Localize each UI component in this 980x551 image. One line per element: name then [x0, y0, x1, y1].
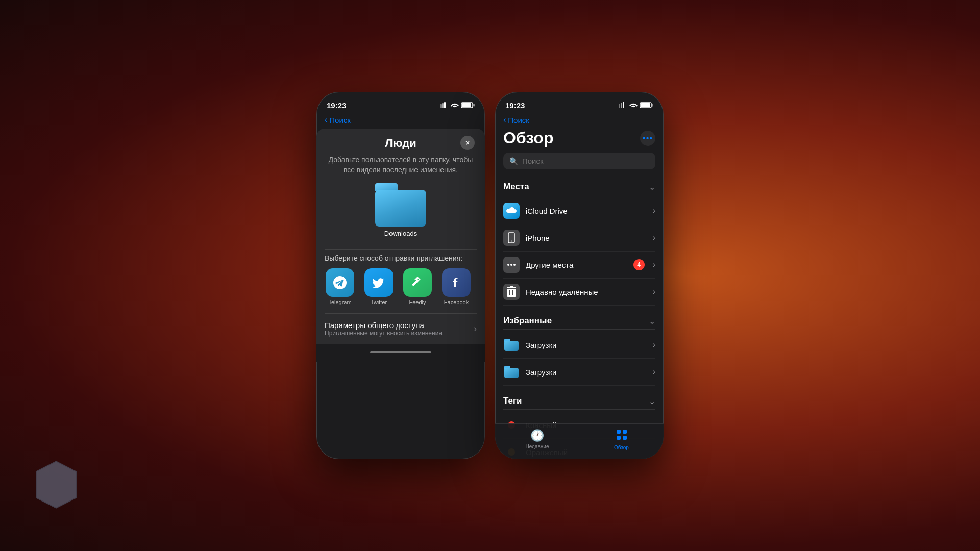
- svg-rect-15: [652, 104, 653, 107]
- other-places-label: Другие места: [526, 261, 627, 269]
- facebook-icon: [442, 268, 471, 297]
- status-bar-right: 19:23: [495, 92, 664, 114]
- folder-icon-area: Downloads: [375, 183, 426, 237]
- divider-1: [325, 249, 477, 250]
- overview-tab-label: Обзор: [614, 445, 629, 450]
- status-icons-right: [619, 102, 653, 108]
- svg-point-19: [510, 264, 512, 266]
- svg-marker-0: [36, 461, 76, 508]
- home-indicator-left: [370, 351, 431, 353]
- list-item-downloads-1[interactable]: Загрузки ›: [503, 332, 655, 359]
- app-twitter[interactable]: Twitter: [363, 268, 394, 305]
- svg-rect-3: [444, 102, 446, 108]
- overview-tab-icon: [616, 429, 627, 443]
- hexagon-logo: [31, 459, 82, 510]
- svg-rect-6: [473, 104, 475, 107]
- back-label-left: Поиск: [329, 116, 351, 124]
- list-item-trash[interactable]: Недавно удалённые ›: [503, 279, 655, 306]
- downloads-2-chevron: ›: [653, 367, 655, 377]
- invite-label: Выберите способ отправки приглашения:: [325, 254, 462, 262]
- back-nav-left[interactable]: ‹ Поиск: [316, 114, 485, 129]
- overview-header: Обзор •••: [503, 129, 655, 147]
- list-item-other[interactable]: Другие места 4 ›: [503, 252, 655, 279]
- recent-tab-label: Недавние: [526, 444, 549, 449]
- favorites-section: Избранные ⌄ Загрузки ›: [503, 313, 655, 386]
- svg-rect-12: [623, 102, 624, 108]
- other-places-badge: 4: [633, 259, 645, 270]
- svg-rect-11: [621, 103, 622, 108]
- tab-bar-right: 🕐 Недавние Обзор: [495, 423, 664, 459]
- other-places-chevron: ›: [653, 260, 655, 269]
- feedly-label: Feedly: [409, 299, 426, 305]
- trash-label: Недавно удалённые: [526, 288, 647, 296]
- svg-rect-14: [641, 103, 650, 107]
- app-telegram[interactable]: Telegram: [325, 268, 355, 305]
- phone-right: 19:23 ‹ Поиск Обзор ••• 🔍: [495, 92, 664, 459]
- svg-point-20: [513, 264, 516, 266]
- downloads-1-label: Загрузки: [526, 341, 647, 349]
- iphone-device-icon: [503, 230, 520, 246]
- share-params-title: Параметры общего доступа: [325, 321, 444, 330]
- places-section-header[interactable]: Места ⌄: [503, 179, 655, 195]
- search-icon: 🔍: [509, 157, 518, 165]
- places-title: Места: [503, 182, 529, 192]
- downloads-1-chevron: ›: [653, 340, 655, 349]
- icloud-label: iCloud Drive: [526, 207, 647, 215]
- recent-tab-icon: 🕐: [530, 429, 544, 442]
- overview-title: Обзор: [503, 129, 553, 147]
- back-chevron-right: ‹: [503, 115, 506, 124]
- svg-rect-22: [623, 430, 627, 434]
- list-item-iphone[interactable]: iPhone ›: [503, 224, 655, 252]
- favorites-chevron: ⌄: [649, 316, 655, 326]
- more-button[interactable]: •••: [640, 131, 655, 146]
- folder-image: [375, 183, 426, 227]
- more-dots-icon: •••: [643, 134, 653, 142]
- search-bar[interactable]: 🔍: [503, 153, 655, 169]
- tags-section-header[interactable]: Теги ⌄: [503, 393, 655, 410]
- status-icons-left: [440, 102, 475, 108]
- svg-point-18: [507, 264, 509, 266]
- back-nav-right[interactable]: ‹ Поиск: [495, 114, 664, 129]
- search-input[interactable]: [522, 157, 649, 165]
- twitter-label: Twitter: [371, 299, 387, 305]
- icloud-chevron: ›: [653, 206, 655, 215]
- close-button[interactable]: ×: [460, 136, 475, 150]
- list-item-downloads-2[interactable]: Загрузки ›: [503, 359, 655, 386]
- svg-rect-2: [442, 103, 444, 108]
- favorites-title: Избранные: [503, 316, 552, 326]
- back-chevron-left: ‹: [325, 115, 327, 124]
- time-right: 19:23: [505, 101, 525, 110]
- svg-rect-5: [462, 103, 471, 107]
- folder-body: [375, 190, 426, 227]
- back-label-right: Поиск: [508, 116, 529, 124]
- share-params-left: Параметры общего доступа Приглашённые мо…: [325, 321, 444, 337]
- svg-rect-10: [619, 104, 620, 108]
- facebook-label: Facebook: [444, 299, 469, 305]
- telegram-icon: [326, 268, 354, 297]
- apps-row: Telegram Twitter Feedly: [325, 268, 477, 305]
- app-feedly[interactable]: Feedly: [402, 268, 433, 305]
- downloads-2-icon: [503, 364, 520, 380]
- close-icon: ×: [465, 139, 470, 147]
- sheet-description: Добавьте пользователей в эту папку, чтоб…: [325, 155, 477, 175]
- share-sheet: × Люди Добавьте пользователей в эту папк…: [316, 129, 485, 344]
- svg-rect-1: [440, 104, 442, 108]
- phone-container: 19:23 ‹ Поиск × Люди Добавьте пользовате…: [316, 92, 664, 459]
- status-bar-left: 19:23: [316, 92, 485, 114]
- favorites-section-header[interactable]: Избранные ⌄: [503, 313, 655, 330]
- list-item-icloud[interactable]: iCloud Drive ›: [503, 197, 655, 224]
- places-chevron: ⌄: [649, 182, 655, 192]
- trash-chevron: ›: [653, 287, 655, 296]
- app-facebook[interactable]: Facebook: [441, 268, 472, 305]
- phone-left: 19:23 ‹ Поиск × Люди Добавьте пользовате…: [316, 92, 485, 459]
- tab-overview[interactable]: Обзор: [579, 429, 664, 450]
- feedly-icon: [403, 268, 432, 297]
- tab-recent[interactable]: 🕐 Недавние: [495, 429, 579, 449]
- telegram-label: Telegram: [328, 299, 351, 305]
- folder-name: Downloads: [384, 230, 417, 237]
- svg-point-17: [511, 241, 512, 242]
- downloads-1-icon: [503, 337, 520, 353]
- icloud-icon: [503, 203, 520, 219]
- other-places-icon: [503, 257, 520, 273]
- share-params-row[interactable]: Параметры общего доступа Приглашённые мо…: [325, 313, 477, 344]
